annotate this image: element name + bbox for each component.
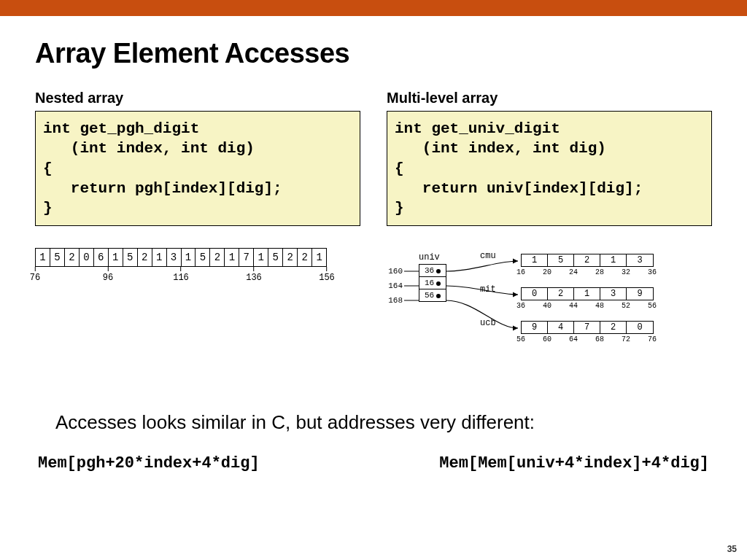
nested-cell: 5 (123, 249, 138, 266)
array-name-label: mit (480, 284, 496, 295)
nested-cell: 1 (312, 249, 326, 266)
array-cell: 1 (574, 288, 600, 300)
multilevel-code: int get_univ_digit (int index, int dig) … (387, 111, 712, 226)
array-cell: 5 (548, 254, 574, 266)
univ-pointer-cell: 56 (419, 289, 446, 301)
array-tick: 44 (560, 302, 587, 310)
array-tick: 24 (560, 268, 587, 276)
array-tick: 56 (639, 302, 665, 310)
array-tick: 72 (613, 335, 639, 343)
array-cell: 7 (574, 322, 600, 333)
array-cell: 3 (600, 288, 627, 300)
univ-pointer-box: 361656 (419, 264, 446, 302)
array-row: 94720 (521, 321, 654, 334)
nested-cell: 2 (210, 249, 225, 266)
nested-tick: 96 (103, 267, 113, 283)
slide-title: Array Element Accesses (35, 38, 712, 69)
array-name-label: cmu (480, 251, 496, 261)
nested-cell: 2 (65, 249, 80, 266)
nested-cell: 2 (298, 249, 312, 266)
array-cell: 0 (627, 322, 653, 333)
nested-heading: Nested array (35, 90, 360, 106)
array-cell: 9 (522, 322, 548, 333)
array-row: 15213 (521, 254, 654, 267)
array-cell: 2 (574, 254, 600, 266)
univ-pointer-cell: 36 (419, 265, 446, 277)
mem-expression-multilevel: Mem[Mem[univ+4*index]+4*dig] (439, 454, 709, 472)
mem-expression-nested: Mem[pgh+20*index+4*dig] (38, 454, 260, 472)
multilevel-heading: Multi-level array (387, 90, 712, 106)
array-ticks: 162024283236 (508, 268, 665, 276)
nested-tick: 156 (319, 267, 335, 283)
univ-addr: 164 (384, 281, 403, 290)
nested-cell: 1 (225, 249, 239, 266)
nested-diagram: 15206152131521715221 7696116136156 (35, 248, 360, 284)
nested-cell: 3 (167, 249, 182, 266)
nested-cell: 5 (50, 249, 65, 266)
multilevel-array-column: Multi-level array int get_univ_digit (in… (387, 90, 712, 365)
page-number: 35 (727, 544, 737, 554)
nested-cell: 5 (196, 249, 210, 266)
nested-cell: 1 (36, 249, 50, 266)
array-tick: 28 (587, 268, 613, 276)
array-tick: 60 (534, 335, 560, 343)
nested-cell: 2 (283, 249, 298, 266)
array-name-label: ucb (480, 318, 496, 328)
summary-note: Accesses looks similar in C, but address… (55, 411, 712, 434)
nested-cell: 7 (239, 249, 254, 266)
array-tick: 76 (639, 335, 665, 343)
slide-top-bar (0, 0, 747, 16)
univ-pointer-cell: 16 (419, 277, 446, 289)
array-cell: 2 (548, 288, 574, 300)
array-ticks: 364044485256 (508, 302, 665, 310)
array-tick: 20 (534, 268, 560, 276)
array-cell: 2 (600, 322, 627, 333)
array-tick: 36 (508, 302, 534, 310)
nested-cell: 2 (138, 249, 152, 266)
nested-cell: 5 (268, 249, 283, 266)
array-tick: 36 (639, 268, 665, 276)
array-cell: 1 (522, 254, 548, 266)
array-tick: 40 (534, 302, 560, 310)
nested-tick: 136 (246, 267, 262, 283)
array-cell: 3 (627, 254, 653, 266)
univ-addr: 168 (384, 296, 403, 305)
nested-code: int get_pgh_digit (int index, int dig) {… (35, 111, 360, 226)
univ-label: univ (419, 252, 440, 262)
nested-cell: 1 (182, 249, 196, 266)
nested-cell: 0 (80, 249, 94, 266)
array-tick: 56 (508, 335, 534, 343)
nested-cell: 1 (254, 249, 268, 266)
array-tick: 32 (613, 268, 639, 276)
array-cell: 4 (548, 322, 574, 333)
array-cell: 1 (600, 254, 627, 266)
nested-tick: 76 (30, 267, 40, 283)
nested-cell: 6 (94, 249, 109, 266)
nested-cell: 1 (152, 249, 167, 266)
array-tick: 48 (587, 302, 613, 310)
array-ticks: 566064687276 (508, 335, 665, 343)
multilevel-diagram: univ160164168361656cmu15213162024283236m… (387, 248, 712, 365)
array-cell: 0 (522, 288, 548, 300)
nested-array-column: Nested array int get_pgh_digit (int inde… (35, 90, 360, 365)
array-cell: 9 (627, 288, 653, 300)
nested-cell: 1 (109, 249, 123, 266)
array-tick: 64 (560, 335, 587, 343)
array-row: 02139 (521, 287, 654, 300)
univ-addr: 160 (384, 267, 403, 276)
array-tick: 16 (508, 268, 534, 276)
array-tick: 52 (613, 302, 639, 310)
nested-tick: 116 (173, 267, 189, 283)
array-tick: 68 (587, 335, 613, 343)
